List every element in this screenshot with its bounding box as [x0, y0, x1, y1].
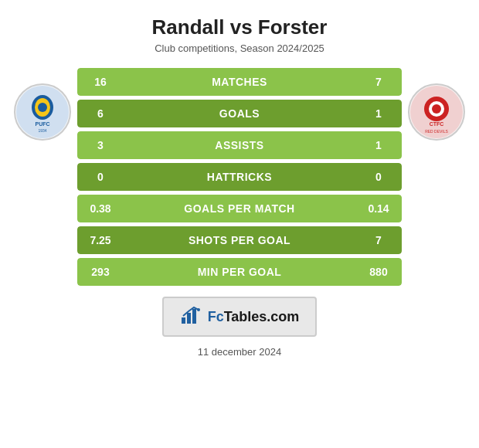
stat-row: 0.38Goals per match0.14: [77, 195, 402, 222]
stat-left-value: 3: [77, 131, 124, 159]
page-subtitle: Club competitions, Season 2024/2025: [8, 42, 471, 54]
page-title: Randall vs Forster: [8, 15, 471, 39]
svg-rect-13: [187, 313, 191, 324]
stat-label: Hattricks: [124, 163, 355, 191]
stat-row: 0Hattricks0: [77, 163, 402, 191]
stat-label: Matches: [124, 68, 355, 96]
svg-text:PUFC: PUFC: [35, 121, 49, 127]
stat-left-value: 0: [77, 163, 124, 191]
stats-rows: 16Matches76Goals13Assists10Hattricks00.3…: [77, 68, 402, 286]
svg-text:RED DEVILS: RED DEVILS: [425, 129, 448, 134]
stat-row: 7.25Shots per goal7: [77, 226, 402, 254]
brand-box: FcTables.com: [162, 297, 317, 337]
stat-label: Min per goal: [124, 258, 355, 286]
stat-right-value: 1: [355, 131, 402, 159]
stat-right-value: 1: [355, 100, 402, 127]
svg-text:1934: 1934: [38, 128, 46, 133]
stat-right-value: 880: [355, 258, 402, 286]
stat-row: 16Matches7: [77, 68, 402, 96]
svg-rect-14: [192, 309, 196, 324]
right-club-logo: CTFC RED DEVILS: [402, 68, 471, 141]
stat-label: Goals per match: [124, 195, 355, 222]
stat-left-value: 0.38: [77, 195, 124, 222]
brand-icon: [180, 304, 202, 330]
footer-date: 11 december 2024: [8, 346, 471, 358]
stat-right-value: 7: [355, 226, 402, 254]
svg-point-9: [432, 104, 441, 114]
stat-label: Goals: [124, 100, 355, 127]
right-badge-circle: CTFC RED DEVILS: [408, 83, 465, 141]
brand-text: FcTables.com: [208, 309, 300, 325]
stat-row: 3Assists1: [77, 131, 402, 159]
stat-left-value: 16: [77, 68, 124, 96]
stat-row: 6Goals1: [77, 100, 402, 127]
stat-label: Assists: [124, 131, 355, 159]
stat-right-value: 7: [355, 68, 402, 96]
svg-point-15: [197, 308, 200, 311]
svg-rect-12: [182, 317, 185, 324]
stats-section: PUFC 1934 16Matches76Goals13Assists10Hat…: [8, 68, 471, 286]
stat-right-value: 0.14: [355, 195, 402, 222]
page-container: Randall vs Forster Club competitions, Se…: [0, 0, 479, 365]
left-badge-circle: PUFC 1934: [14, 83, 71, 141]
stat-left-value: 7.25: [77, 226, 124, 254]
stat-label: Shots per goal: [124, 226, 355, 254]
svg-point-3: [38, 103, 47, 112]
stat-left-value: 293: [77, 258, 124, 286]
svg-text:CTFC: CTFC: [430, 121, 444, 127]
stat-right-value: 0: [355, 163, 402, 191]
left-club-logo: PUFC 1934: [8, 68, 77, 141]
stat-left-value: 6: [77, 100, 124, 127]
stat-row: 293Min per goal880: [77, 258, 402, 286]
